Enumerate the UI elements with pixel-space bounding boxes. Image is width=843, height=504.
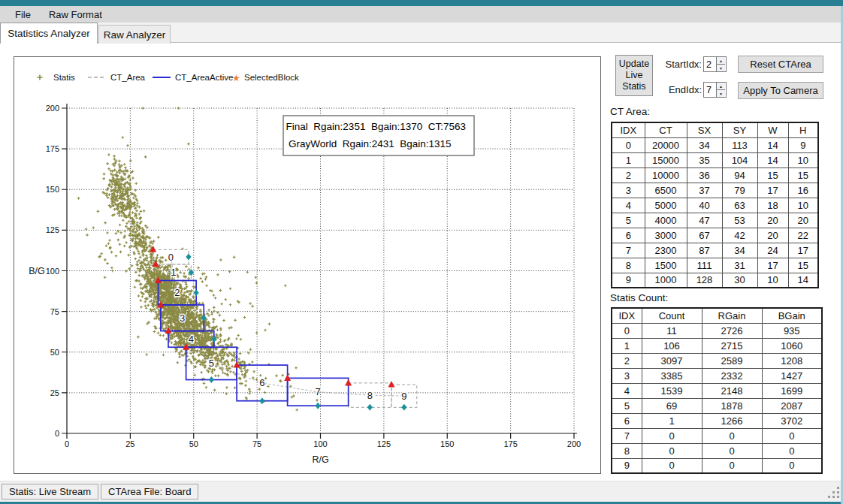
table-cell[interactable]: 104: [722, 152, 757, 167]
table-row[interactable]: 6300067422022: [612, 228, 818, 243]
table-cell[interactable]: 79: [722, 183, 757, 198]
statistics-chart-panel[interactable]: 0123456789Final Rgain:2351 Bgain:1370 CT…: [14, 56, 601, 474]
table-cell[interactable]: 2: [612, 167, 645, 183]
legend-statis-plus-icon: [37, 74, 42, 80]
table-cell[interactable]: 111: [687, 258, 722, 273]
table-cell[interactable]: 15000: [645, 152, 687, 167]
table-cell[interactable]: 10: [757, 273, 788, 288]
startidx-input[interactable]: [704, 57, 716, 71]
table-cell[interactable]: 128: [687, 273, 722, 288]
table-cell[interactable]: 6500: [645, 183, 687, 198]
table-cell: 0: [702, 458, 762, 473]
table-cell[interactable]: 24: [757, 243, 788, 258]
table-cell: 0: [642, 443, 702, 458]
table-cell[interactable]: 3000: [645, 228, 687, 243]
table-cell[interactable]: 67: [687, 228, 722, 243]
table-cell[interactable]: 87: [687, 243, 722, 258]
table-cell[interactable]: 14: [757, 152, 788, 167]
table-cell[interactable]: 18: [757, 198, 788, 213]
column-header: RGain: [702, 308, 762, 323]
table-row[interactable]: 4500040631810: [612, 198, 818, 213]
table-row[interactable]: 3650037791716: [612, 183, 818, 198]
startidx-stepper[interactable]: ▲ ▼: [703, 56, 727, 72]
endidx-input[interactable]: [704, 83, 716, 97]
table-cell[interactable]: 8: [612, 258, 645, 273]
table-row[interactable]: 5400047532020: [612, 213, 818, 228]
table-cell[interactable]: 40: [687, 198, 722, 213]
table-row[interactable]: 02000034113149: [612, 137, 818, 152]
table-cell[interactable]: 15: [757, 167, 788, 183]
table-cell[interactable]: 7: [612, 243, 645, 258]
table-cell[interactable]: 5: [612, 213, 645, 228]
table-cell[interactable]: 22: [788, 228, 818, 243]
startidx-down-button[interactable]: ▼: [717, 65, 725, 71]
table-cell[interactable]: 6: [612, 228, 645, 243]
table-row[interactable]: 21000036941515: [612, 167, 818, 183]
table-cell[interactable]: 10000: [645, 167, 687, 183]
y-tick-label: 125: [46, 225, 59, 234]
startidx-up-button[interactable]: ▲: [717, 57, 725, 65]
table-cell: 1699: [762, 383, 822, 398]
resize-grip[interactable]: [828, 487, 830, 489]
endidx-down-button[interactable]: ▼: [717, 90, 725, 97]
table-cell[interactable]: 5000: [645, 198, 687, 213]
table-cell[interactable]: 0: [612, 137, 645, 152]
menu-item-raw-format[interactable]: Raw Format: [40, 6, 111, 23]
table-cell[interactable]: 36: [687, 167, 722, 183]
apply-to-camera-button[interactable]: Apply To Camera: [738, 82, 823, 99]
table-cell[interactable]: 20000: [645, 137, 687, 152]
rg-bg-scatter-chart[interactable]: 0123456789Final Rgain:2351 Bgain:1370 CT…: [14, 57, 600, 473]
table-cell[interactable]: 94: [722, 167, 757, 183]
table-cell[interactable]: 17: [788, 243, 818, 258]
table-cell[interactable]: 17: [757, 183, 788, 198]
table-cell[interactable]: 30: [722, 273, 757, 288]
table-cell[interactable]: 3: [612, 183, 645, 198]
table-cell[interactable]: 20: [757, 213, 788, 228]
table-cell[interactable]: 9: [612, 273, 645, 288]
table-row[interactable]: 115000351041410: [612, 152, 818, 167]
table-cell[interactable]: 42: [722, 228, 757, 243]
endidx-up-button[interactable]: ▲: [717, 83, 725, 90]
plot-area[interactable]: [67, 108, 574, 433]
table-cell[interactable]: 2300: [645, 243, 687, 258]
tab-statistics-analyzer[interactable]: Statistics Analyzer: [0, 23, 98, 44]
table-cell[interactable]: 10: [788, 152, 818, 167]
table-row[interactable]: 91000128301014: [612, 273, 818, 288]
x-tick-label: 75: [252, 439, 261, 448]
table-row[interactable]: 81500111311715: [612, 258, 818, 273]
table-cell[interactable]: 20: [788, 213, 818, 228]
table-cell[interactable]: 1: [612, 152, 645, 167]
table-cell[interactable]: 10: [788, 198, 818, 213]
table-row[interactable]: 7230087342417: [612, 243, 818, 258]
table-cell[interactable]: 1500: [645, 258, 687, 273]
table-cell[interactable]: 4: [612, 198, 645, 213]
table-cell[interactable]: 35: [687, 152, 722, 167]
table-cell[interactable]: 14: [757, 137, 788, 152]
table-cell[interactable]: 17: [757, 258, 788, 273]
table-cell[interactable]: 4000: [645, 213, 687, 228]
table-cell[interactable]: 53: [722, 213, 757, 228]
table-cell[interactable]: 34: [722, 243, 757, 258]
table-cell[interactable]: 37: [687, 183, 722, 198]
table-cell[interactable]: 1000: [645, 273, 687, 288]
update-live-statis-button[interactable]: Update Live Statis: [615, 55, 653, 96]
table-cell[interactable]: 15: [788, 258, 818, 273]
table-row: 7000: [612, 428, 822, 443]
tab-raw-analyzer[interactable]: Raw Analyzer: [98, 25, 171, 44]
table-cell[interactable]: 47: [687, 213, 722, 228]
legend-selectedblock-star-icon: ★: [232, 73, 240, 83]
table-cell[interactable]: 113: [722, 137, 757, 152]
menu-item-file[interactable]: File: [6, 6, 40, 23]
reset-ctarea-button[interactable]: Reset CTArea: [738, 56, 823, 73]
table-cell: 0: [762, 443, 822, 458]
endidx-stepper[interactable]: ▲ ▼: [703, 82, 727, 98]
table-cell[interactable]: 34: [687, 137, 722, 152]
table-cell[interactable]: 63: [722, 198, 757, 213]
table-cell[interactable]: 20: [757, 228, 788, 243]
table-cell: 9: [612, 458, 642, 473]
table-cell[interactable]: 15: [788, 167, 818, 183]
table-cell[interactable]: 9: [788, 137, 818, 152]
table-cell[interactable]: 31: [722, 258, 757, 273]
table-cell[interactable]: 14: [788, 273, 818, 288]
table-cell[interactable]: 16: [788, 183, 818, 198]
